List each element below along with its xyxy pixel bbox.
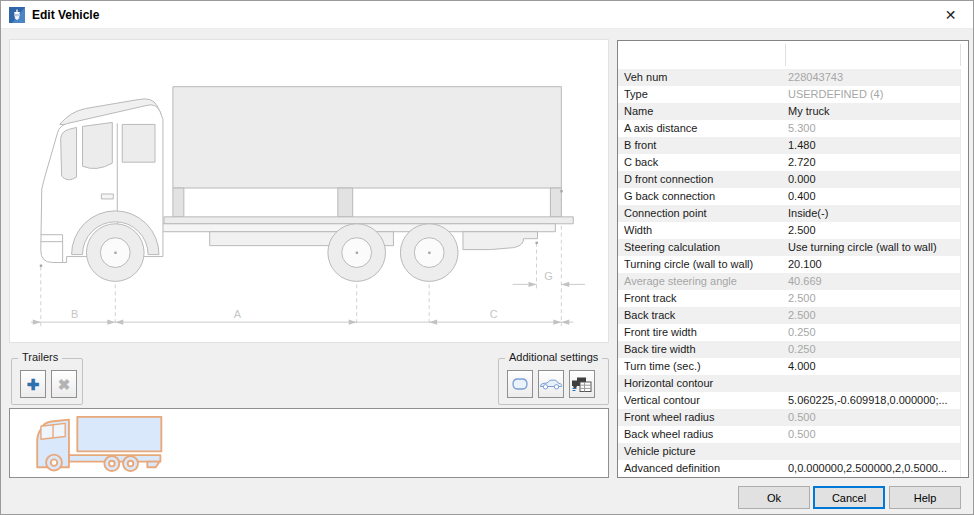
- property-label: Type: [618, 86, 785, 103]
- row-strip: [960, 69, 968, 86]
- property-value[interactable]: 5.300: [785, 120, 960, 137]
- property-value[interactable]: 0.250: [785, 341, 960, 358]
- vehicle-properties-icon: [571, 375, 593, 393]
- property-label: Front wheel radius: [618, 409, 785, 426]
- car-settings-button[interactable]: [538, 370, 564, 398]
- row-strip: [960, 239, 968, 256]
- property-row[interactable]: Back track 2.500: [618, 307, 968, 324]
- property-value[interactable]: 20.100: [785, 256, 960, 273]
- ok-button[interactable]: Ok: [738, 486, 810, 509]
- property-value[interactable]: 0.400: [785, 188, 960, 205]
- property-row[interactable]: Steering calculation Use turning circle …: [618, 239, 968, 256]
- row-strip: [960, 86, 968, 103]
- property-rows: Veh num 228043743 Type USERDEFINED (4) N…: [618, 69, 968, 477]
- row-strip: [960, 120, 968, 137]
- column-divider-right: [960, 44, 961, 66]
- titlebar: Edit Vehicle ✕: [1, 1, 973, 29]
- property-row[interactable]: Turn time (sec.) 4.000: [618, 358, 968, 375]
- row-strip: [960, 307, 968, 324]
- property-row[interactable]: Connection point Inside(-): [618, 205, 968, 222]
- property-row[interactable]: Turning circle (wall to wall) 20.100: [618, 256, 968, 273]
- app-icon: [9, 7, 25, 23]
- property-value[interactable]: 40.669: [785, 273, 960, 290]
- property-row[interactable]: Front wheel radius 0.500: [618, 409, 968, 426]
- help-button[interactable]: Help: [889, 486, 961, 509]
- property-value[interactable]: 1.480: [785, 137, 960, 154]
- delete-icon: ✖: [58, 377, 71, 392]
- column-divider: [785, 44, 786, 66]
- property-row[interactable]: Front tire width 0.250: [618, 324, 968, 341]
- row-strip: [960, 171, 968, 188]
- vehicle-properties-button[interactable]: [569, 370, 595, 398]
- close-button[interactable]: ✕: [928, 1, 973, 29]
- property-row[interactable]: G back connection 0.400: [618, 188, 968, 205]
- row-strip: [960, 103, 968, 120]
- property-row[interactable]: Type USERDEFINED (4): [618, 86, 968, 103]
- property-value[interactable]: 0.500: [785, 409, 960, 426]
- row-strip: [960, 460, 968, 477]
- property-label: Name: [618, 103, 785, 120]
- property-row[interactable]: Vertical contour 5.060225,-0.609918,0.00…: [618, 392, 968, 409]
- property-row[interactable]: A axis distance 5.300: [618, 120, 968, 137]
- property-table-header: [618, 41, 968, 69]
- property-row[interactable]: B front 1.480: [618, 137, 968, 154]
- property-row[interactable]: Advanced definition 0,0.000000,2.500000,…: [618, 460, 968, 477]
- cancel-button[interactable]: Cancel: [813, 486, 885, 509]
- property-row[interactable]: Name My truck: [618, 103, 968, 120]
- property-value[interactable]: 2.500: [785, 222, 960, 239]
- property-row[interactable]: Vehicle picture: [618, 443, 968, 460]
- property-value[interactable]: 0.250: [785, 324, 960, 341]
- vehicle-thumbnail[interactable]: [26, 413, 166, 473]
- property-value[interactable]: Use turning circle (wall to wall): [785, 239, 960, 256]
- property-row[interactable]: Horizontal contour: [618, 375, 968, 392]
- row-strip: [960, 222, 968, 239]
- property-row[interactable]: Width 2.500: [618, 222, 968, 239]
- trailer-list-panel[interactable]: [9, 408, 609, 478]
- property-label: Vehicle picture: [618, 443, 785, 460]
- property-value[interactable]: 2.500: [785, 290, 960, 307]
- property-row[interactable]: C back 2.720: [618, 154, 968, 171]
- property-value[interactable]: USERDEFINED (4): [785, 86, 960, 103]
- property-label: G back connection: [618, 188, 785, 205]
- dim-label-g: G: [544, 270, 552, 282]
- property-value[interactable]: 0.000: [785, 171, 960, 188]
- property-table: Veh num 228043743 Type USERDEFINED (4) N…: [617, 40, 969, 478]
- property-row[interactable]: Back wheel radius 0.500: [618, 426, 968, 443]
- row-strip: [960, 256, 968, 273]
- property-label: Connection point: [618, 205, 785, 222]
- property-label: Front tire width: [618, 324, 785, 341]
- property-value[interactable]: 2.720: [785, 154, 960, 171]
- property-value[interactable]: 228043743: [785, 69, 960, 86]
- dim-label-b: B: [71, 308, 78, 320]
- row-strip: [960, 205, 968, 222]
- property-value[interactable]: 0.500: [785, 426, 960, 443]
- property-label: Horizontal contour: [618, 375, 785, 392]
- property-row[interactable]: Average steering angle 40.669: [618, 273, 968, 290]
- remove-trailer-button[interactable]: ✖: [51, 370, 77, 398]
- property-row[interactable]: Back tire width 0.250: [618, 341, 968, 358]
- row-strip: [960, 341, 968, 358]
- property-value[interactable]: 5.060225,-0.609918,0.000000;...: [785, 392, 960, 409]
- property-label: Vertical contour: [618, 392, 785, 409]
- turning-area-button[interactable]: [507, 370, 533, 398]
- add-trailer-button[interactable]: ✚: [20, 370, 46, 398]
- property-row[interactable]: Front track 2.500: [618, 290, 968, 307]
- property-row[interactable]: Veh num 228043743: [618, 69, 968, 86]
- property-label: Turn time (sec.): [618, 358, 785, 375]
- property-label: Turning circle (wall to wall): [618, 256, 785, 273]
- property-value[interactable]: [785, 443, 960, 460]
- row-strip: [960, 188, 968, 205]
- property-value[interactable]: [785, 375, 960, 392]
- property-label: B front: [618, 137, 785, 154]
- additional-settings-group: Additional settings: [498, 358, 609, 405]
- truck-side-view-drawing: B A C G: [10, 40, 608, 342]
- property-value[interactable]: 0,0.000000,2.500000,2,0.5000...: [785, 460, 960, 477]
- row-strip: [960, 426, 968, 443]
- property-value[interactable]: 2.500: [785, 307, 960, 324]
- row-strip: [960, 409, 968, 426]
- property-value[interactable]: My truck: [785, 103, 960, 120]
- property-value[interactable]: Inside(-): [785, 205, 960, 222]
- property-value[interactable]: 4.000: [785, 358, 960, 375]
- property-row[interactable]: D front connection 0.000: [618, 171, 968, 188]
- row-strip: [960, 154, 968, 171]
